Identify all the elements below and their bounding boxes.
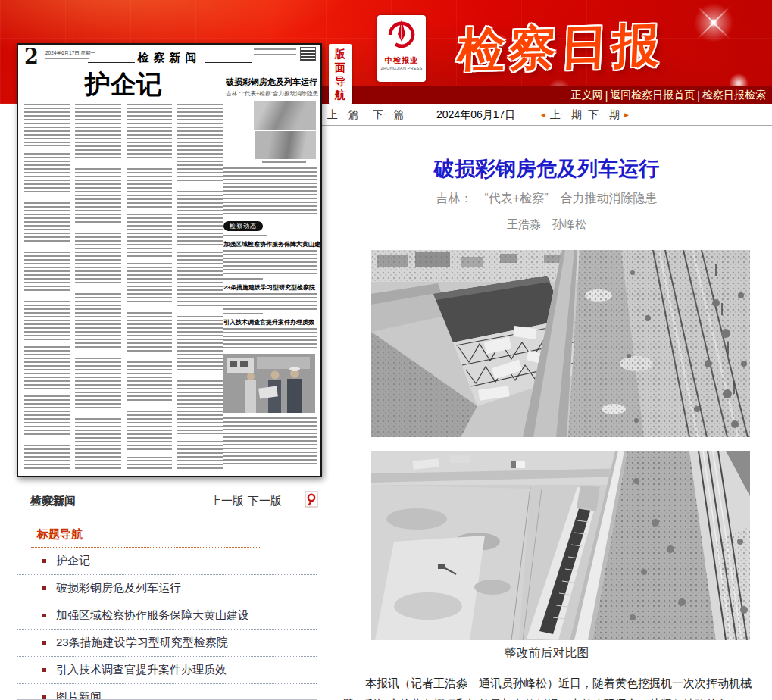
scan-headline-right-sub: 吉林：“代表+检察”合力推动消除隐患 [226,90,320,98]
article-panel: 破损彩钢房危及列车运行 吉林： “代表+检察” 合力推动消除隐患 王浩淼 孙峰松 [321,127,772,700]
layout-navigation-tab[interactable]: 版面导航 [329,44,352,105]
title-nav-item[interactable]: 23条措施建设学习型研究型检察院 [17,630,317,657]
title-nav-item[interactable]: 护企记 [17,548,317,575]
scan-news-badge: 检察动态 [223,221,263,231]
title-nav-link[interactable]: 护企记 [56,554,90,568]
title-nav-link[interactable]: 加强区域检察协作服务保障大黄山建设 [56,608,249,623]
scan-right-column-text [223,167,317,217]
next-page-link[interactable]: 下一版 [248,494,282,508]
scan-subheadline-1: 加强区域检察协作服务保障大黄山建设 [223,240,320,248]
scan-digital-paper-logo [300,47,316,61]
list-bullet-icon [42,668,46,672]
title-nav-item[interactable]: 破损彩钢房危及列车运行 [17,575,317,602]
link-back-to-homepage[interactable]: 返回检察日报首页 [610,89,695,102]
scan-right-column-text [223,328,317,351]
title-nav-link[interactable]: 引入技术调查官提升案件办理质效 [56,663,227,677]
list-bullet-icon [42,695,46,699]
scan-right-column-text [223,417,317,467]
scan-photo-caption-line [262,161,306,164]
article-authors: 王浩淼 孙峰松 [321,217,772,232]
link-separator: | [605,89,608,102]
scan-photo-people [223,354,315,413]
scan-kicker-line [223,278,263,281]
logo-brand-en: ZHONGJIAN PRESS [380,66,424,70]
pdf-icon[interactable] [305,491,318,508]
scan-text-columns [24,104,223,469]
link-paper-search[interactable]: 检察日报检索 [702,89,766,102]
masthead-calligraphy-title: 检察日报 [444,9,678,86]
sparkle-icon [691,0,736,45]
next-article-link[interactable]: 下一篇 [373,108,405,120]
scan-headline-right: 破损彩钢房危及列车运行 [226,77,320,88]
header-links-bar: 正义网 | 返回检察日报首页 | 检察日报检索 [321,86,772,104]
logo-brand-cn: 中检报业 [377,55,426,66]
photo-before-remediation [371,250,750,437]
epaper-page: 中检报业 ZHONGJIAN PRESS 检察日报 正义网 | 返回检察日报首页… [0,0,772,700]
title-nav-link[interactable]: 23条措施建设学习型研究型检察院 [56,636,228,650]
link-justice-net[interactable]: 正义网 [571,89,603,102]
scan-editor-line [254,48,296,51]
newspaper-page-image[interactable]: 2 2024年6月17日 星期一 检察新闻 护企记 破损彩钢房危及列车运行 吉林… [17,43,322,477]
photo-after-remediation [371,451,750,640]
scan-phone-line [254,54,296,56]
scan-text-column [24,104,70,469]
next-issue-arrow-icon: ► [623,111,630,119]
title-navigation-header: 标题导航 [37,527,317,542]
prev-page-link[interactable]: 上一版 [210,494,244,508]
link-separator: | [697,89,700,102]
pen-nib-icon [386,17,417,52]
scan-kicker-line [223,313,263,316]
title-nav-item[interactable]: 引入技术调查官提升案件办理质效 [17,657,317,684]
scan-subheadline-3: 引入技术调查官提升案件办理质效 [223,318,320,327]
title-nav-link[interactable]: 图片新闻 [56,690,102,700]
scan-text-column [75,104,120,469]
scan-photo-before [254,101,316,130]
issue-date: 2024年06月17日 [436,108,515,122]
scan-rule-left [88,62,135,63]
scan-right-column-text [223,250,317,276]
scan-subheadline-2: 23条措施建设学习型研究型检察院 [223,283,320,292]
prev-article-link[interactable]: 上一篇 [327,108,359,120]
article-title: 破损彩钢房危及列车运行 [321,155,772,183]
scan-text-column [127,104,172,469]
scan-right-column-text [223,293,317,311]
next-issue-link[interactable]: 下一期 [588,108,620,120]
title-navigation-list: 护企记 破损彩钢房危及列车运行 加强区域检察协作服务保障大黄山建设 23条措施建… [17,548,317,700]
title-navigation-box: 标题导航 护企记 破损彩钢房危及列车运行 加强区域检察协作服务保障大黄山建设 2… [17,517,317,700]
scan-kicker-line [223,235,267,238]
title-nav-item[interactable]: 加强区域检察协作服务保障大黄山建设 [17,602,317,630]
zhongjian-press-logo: 中检报业 ZHONGJIAN PRESS [377,15,426,82]
layout-navigation-label: 版面导航 [334,47,346,102]
article-nav-bar: 上一篇下一篇 2024年06月17日 ◄上一期下一期► [321,104,772,126]
list-bullet-icon [42,559,46,563]
article-subtitle: 吉林： “代表+检察” 合力推动消除隐患 [321,191,772,207]
edition-name: 检察新闻 [30,494,76,508]
list-bullet-icon [42,586,46,590]
list-bullet-icon [42,641,46,645]
edition-bar: 第02版：检察新闻 上一版 下一版 [17,491,322,512]
scan-text-column [177,104,223,469]
list-bullet-icon [42,614,46,617]
scan-section-header: 检察新闻 [18,51,320,65]
scan-photo-after [255,131,316,159]
scan-rule-right [205,62,252,63]
title-nav-item[interactable]: 图片新闻 [17,684,317,700]
scan-headline-main: 护企记 [26,67,221,102]
prev-issue-arrow-icon: ◄ [539,111,547,119]
photo-caption: 整改前后对比图 [321,645,772,661]
prev-issue-link[interactable]: 上一期 [550,108,582,120]
title-nav-link[interactable]: 破损彩钢房危及列车运行 [56,581,181,595]
article-body: 本报讯（记者王浩淼 通讯员孙峰松）近日，随着黄色挖掘机一次次挥动机械臂，彩钢房的… [342,673,755,700]
